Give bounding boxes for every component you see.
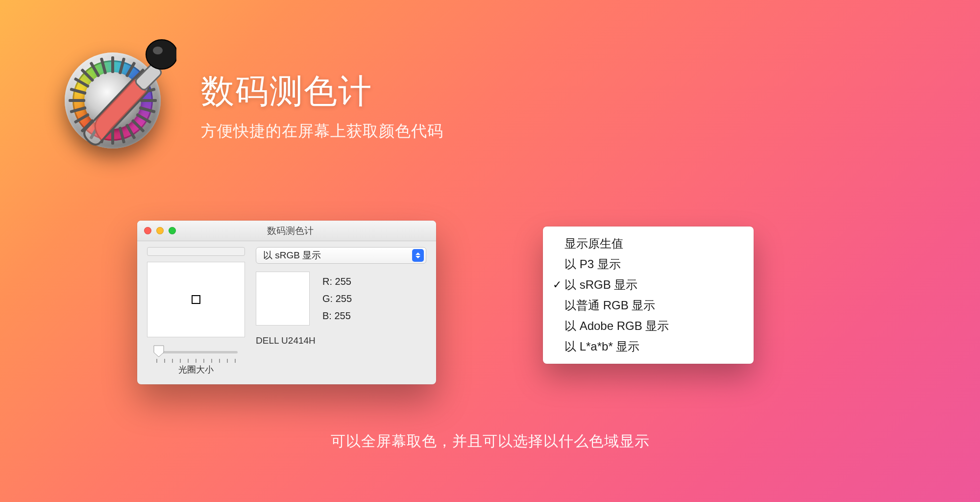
menu-item-2[interactable]: ✓以 sRGB 显示 xyxy=(543,275,754,295)
slider-label: 光圈大小 xyxy=(178,364,214,376)
hero-titles: 数码测色计 方便快捷的在屏幕上获取颜色代码 xyxy=(201,59,443,142)
popup-selected-label: 以 sRGB 显示 xyxy=(263,249,412,262)
caption: 可以全屏幕取色，并且可以选择以什么色域显示 xyxy=(0,431,980,452)
svg-point-2 xyxy=(153,47,163,54)
menu-item-label: 以 P3 显示 xyxy=(564,256,621,272)
menu-item-1[interactable]: 以 P3 显示 xyxy=(543,254,754,275)
g-value: 255 xyxy=(336,293,352,304)
titlebar: 数码测色计 xyxy=(137,221,436,241)
menu-item-label: 以普通 RGB 显示 xyxy=(564,298,655,313)
menu-item-label: 显示原生值 xyxy=(564,236,623,251)
app-subtitle: 方便快捷的在屏幕上获取颜色代码 xyxy=(201,121,443,142)
chevrons-icon xyxy=(412,249,424,262)
window-title: 数码测色计 xyxy=(151,225,429,237)
menu-item-label: 以 sRGB 显示 xyxy=(564,277,637,293)
menu-item-4[interactable]: 以 Adobe RGB 显示 xyxy=(543,316,754,336)
rgb-values: R: 255 G: 255 B: 255 xyxy=(322,272,352,326)
app-window: 数码测色计 光圈大小 以 sRGB 显示 xyxy=(137,221,436,384)
slider-thumb-icon[interactable] xyxy=(153,345,165,357)
checkmark-icon: ✓ xyxy=(550,278,564,291)
g-label: G: xyxy=(322,293,333,304)
magnifier-preview xyxy=(147,262,245,337)
values-column: 以 sRGB 显示 R: 255 G: 255 B: 255 DELL U241… xyxy=(256,247,426,376)
hero: 数码测色计 方便快捷的在屏幕上获取颜色代码 xyxy=(54,42,443,159)
b-value: 255 xyxy=(334,310,350,321)
aperture-slider[interactable] xyxy=(154,348,238,363)
colorspace-popup[interactable]: 以 sRGB 显示 xyxy=(256,247,426,264)
colorspace-menu: 显示原生值以 P3 显示✓以 sRGB 显示以普通 RGB 显示以 Adobe … xyxy=(543,226,754,364)
menu-item-label: 以 Adobe RGB 显示 xyxy=(564,318,669,334)
b-label: B: xyxy=(322,310,332,321)
app-icon xyxy=(54,42,172,159)
preview-column: 光圈大小 xyxy=(147,247,245,376)
display-name: DELL U2414H xyxy=(256,335,426,346)
close-button[interactable] xyxy=(144,227,151,234)
preview-header xyxy=(147,247,245,256)
app-title: 数码测色计 xyxy=(201,69,443,114)
menu-item-3[interactable]: 以普通 RGB 显示 xyxy=(543,295,754,316)
r-label: R: xyxy=(322,276,332,287)
menu-item-0[interactable]: 显示原生值 xyxy=(543,233,754,254)
color-swatch xyxy=(256,272,310,326)
menu-item-5[interactable]: 以 L*a*b* 显示 xyxy=(543,336,754,357)
pixel-target-icon xyxy=(192,295,200,304)
r-value: 255 xyxy=(335,276,351,287)
svg-point-1 xyxy=(146,40,176,69)
menu-item-label: 以 L*a*b* 显示 xyxy=(564,339,639,354)
